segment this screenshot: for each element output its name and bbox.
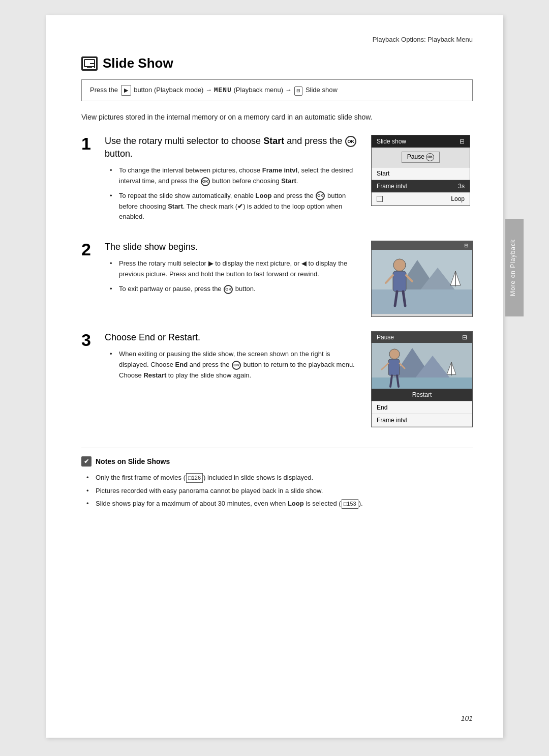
svg-point-21 [389, 349, 400, 359]
sidebar-tab: More on Playback [505, 219, 524, 316]
section-title-text: Slide Show [103, 55, 173, 71]
end-bold: End [175, 361, 188, 368]
page-ref-126: □126 [186, 473, 203, 483]
frame-intvl-label: Frame intvl [377, 183, 407, 190]
nav-text-menu: (Playback menu) → [234, 86, 294, 94]
notes-list: Only the first frame of movies (□126) in… [81, 473, 473, 509]
slideshow-icon [81, 56, 98, 71]
step-1-text-col: Use the rotary multi selector to choose … [105, 135, 361, 226]
pause-menu-frame-intvl: Frame intvl [372, 414, 472, 427]
end-label: End [377, 404, 387, 411]
frame-intvl-value: 3s [458, 183, 465, 190]
pause-memory-icon: ⊟ [462, 334, 467, 341]
step-1-bold: Start [263, 136, 284, 146]
step-3-number: 3 [81, 331, 97, 348]
svg-rect-0 [84, 60, 95, 67]
svg-point-9 [393, 259, 406, 271]
nav-box: Press the ▶ button (Playback mode) → MEN… [81, 79, 473, 101]
menu-header: Slide show ⊟ [372, 135, 470, 148]
nav-text-mode: button (Playback mode) → [134, 86, 214, 94]
svg-rect-18 [372, 377, 472, 389]
step-1-bullets: To change the interval between pictures,… [105, 165, 361, 222]
menu-item-frame-intvl: Frame intvl 3s [372, 180, 470, 193]
step-2-text-col: The slide show begins. Press the rotary … [105, 241, 361, 299]
notes-item-2: Pictures recorded with easy panorama can… [86, 486, 473, 496]
restart-bold: Restart [143, 371, 166, 379]
step-1-row: Use the rotary multi selector to choose … [105, 135, 473, 226]
step-2-row: The slide show begins. Press the rotary … [105, 241, 473, 317]
step-3-bullet-1: When exiting or pausing the slide show, … [110, 349, 361, 381]
start-bold: Start [281, 177, 296, 185]
notes-item-3: Slide shows play for a maximum of about … [86, 499, 473, 509]
step-2-title: The slide show begins. [105, 241, 361, 253]
ok-small-icon: OK [426, 153, 434, 161]
menu-pause-area: Pause OK [372, 148, 470, 167]
page-ref-153: □153 [342, 499, 358, 509]
svg-rect-10 [393, 271, 406, 292]
loop-label: Loop [451, 195, 465, 202]
notes-section: ✔ Notes on Slide Shows Only the first fr… [81, 448, 473, 509]
step-2-bullets: Press the rotary multi selector ▶ to dis… [105, 258, 361, 294]
svg-rect-6 [372, 289, 473, 314]
menu-text: MENU [214, 86, 232, 94]
step-3-title: Choose End or Restart. [105, 331, 361, 344]
menu-item-start: Start [372, 167, 470, 180]
pause-scene-header: Pause ⊟ [372, 332, 472, 343]
step-2-content: The slide show begins. Press the rotary … [105, 241, 473, 317]
playback-button-icon: ▶ [121, 85, 131, 96]
ok-button-icon-2: OK [201, 177, 210, 186]
nav-text-after: Slide show [306, 86, 338, 94]
loop-note-bold: Loop [288, 500, 304, 507]
loop-checkbox [377, 196, 383, 202]
step-2-number: 2 [81, 241, 97, 258]
ok-button-icon-1: OK [345, 136, 356, 147]
step-2-bullet-1: Press the rotary multi selector ▶ to dis… [110, 258, 361, 280]
pause-scene-image [372, 343, 472, 389]
menu-item-loop: Loop [372, 193, 470, 206]
checkmark: ✔ [237, 202, 243, 210]
pause-scene-mockup: Pause ⊟ [371, 331, 473, 427]
step-1-title: Use the rotary multi selector to choose … [105, 135, 361, 160]
restart-label: Restart [412, 391, 432, 398]
step-1-number: 1 [81, 135, 97, 152]
notes-title: ✔ Notes on Slide Shows [81, 456, 473, 467]
pause-header-label: Pause [377, 334, 394, 341]
section-title: Slide Show [81, 55, 473, 71]
menu-memory-icon: ⊟ [460, 138, 465, 145]
step-1-ui: Slide show ⊟ Pause OK Start [371, 135, 473, 206]
scene-header: ⊟ [372, 241, 472, 250]
pause-button: Pause OK [402, 152, 440, 163]
start-bold-2: Start [168, 202, 183, 210]
step-1-bullet-2: To repeat the slide show automatically, … [110, 191, 361, 222]
pause-menu-end: End [372, 401, 472, 414]
loop-bold: Loop [256, 192, 272, 199]
ok-button-icon-4: OK [224, 285, 233, 294]
scene-display: ⊟ [371, 241, 473, 317]
menu-header-label: Slide show [377, 138, 406, 145]
notes-icon: ✔ [81, 456, 92, 467]
step-3: 3 Choose End or Restart. When exiting or… [81, 331, 473, 427]
pause-frame-label: Frame intvl [377, 417, 407, 424]
start-label: Start [377, 170, 389, 177]
ok-button-icon-5: OK [232, 361, 241, 370]
step-3-ui: Pause ⊟ [371, 331, 473, 427]
slideshow-menu-mockup: Slide show ⊟ Pause OK Start [371, 135, 470, 206]
slideshow-button-icon: ⊟ [294, 86, 302, 96]
nav-text-before: Press the [90, 86, 120, 94]
svg-rect-22 [388, 359, 400, 375]
step-3-bullets: When exiting or pausing the slide show, … [105, 349, 361, 381]
notes-title-text: Notes on Slide Shows [96, 457, 170, 466]
frame-intvl-bold: Frame intvl [262, 166, 297, 174]
scene-memory-icon: ⊟ [464, 243, 468, 248]
step-1-bullet-1: To change the interval between pictures,… [110, 165, 361, 187]
page-header: Playback Options: Playback Menu [81, 36, 473, 43]
step-2-ui: ⊟ [371, 241, 473, 317]
page: Playback Options: Playback Menu Slide Sh… [46, 15, 503, 738]
step-3-content: Choose End or Restart. When exiting or p… [105, 331, 473, 427]
section-description: View pictures stored in the internal mem… [81, 111, 473, 123]
step-2-bullet-2: To exit partway or pause, press the OK b… [110, 284, 361, 295]
step-2: 2 The slide show begins. Press the rotar… [81, 241, 473, 317]
step-3-text-col: Choose End or Restart. When exiting or p… [105, 331, 361, 385]
step-1-content: Use the rotary multi selector to choose … [105, 135, 473, 226]
page-number: 101 [461, 714, 473, 722]
